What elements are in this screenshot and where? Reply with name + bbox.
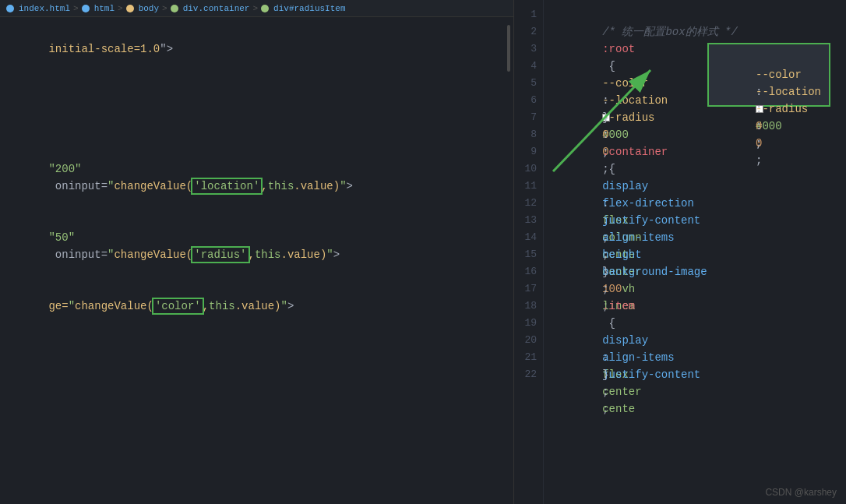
line-num-3: 3: [514, 41, 543, 58]
html-ge: ge=: [48, 300, 68, 312]
css-indent14: [602, 248, 629, 261]
breadcrumb: index.html > html > body > div.container…: [0, 0, 513, 17]
breadcrumb-icon-html2: [82, 5, 90, 12]
css-colon20: :: [602, 386, 615, 398]
line-num-20: 20: [514, 332, 543, 349]
line-num-17: 17: [514, 280, 543, 298]
html-color-highlight: 'color': [153, 299, 203, 313]
line-num-11: 11: [514, 178, 543, 195]
html-this3: this: [209, 300, 235, 312]
html-comma2: ,: [249, 248, 255, 261]
css-indent19: [602, 334, 629, 347]
css-colon14: :: [602, 283, 615, 295]
html-50: "50": [48, 231, 75, 244]
line-num-9: 9: [514, 143, 543, 160]
popup-rad-val: 0: [756, 137, 762, 150]
css-indent20: [602, 351, 629, 364]
html-line-radius: "50" oninput="changeValue('radius',this.…: [9, 212, 513, 229]
html-oninput1: oninput=: [48, 180, 108, 192]
css-cente2: cente: [602, 403, 635, 415]
line-num-2: 2: [514, 23, 543, 41]
html-radius-str: 'radius': [194, 248, 246, 261]
html-change1: changeValue(: [114, 180, 192, 192]
html-line-1: initial-scale=1.0">: [9, 23, 513, 41]
line-num-14: 14: [514, 229, 543, 246]
line-num-21: 21: [514, 349, 543, 366]
breadcrumb-radius: div#radiusItem: [273, 4, 345, 13]
line-num-19: 19: [514, 315, 543, 332]
css-indent9: [602, 163, 629, 175]
watermark: CSDN @karshey: [765, 487, 837, 498]
scrollbar-thumb[interactable]: [507, 25, 510, 72]
html-string-close3: ": [281, 300, 287, 312]
html-line-blank9: [9, 195, 513, 212]
css-panel: 1 2 3 4 5 6 7 8 9 10 11 12 13 14 15 16 1…: [514, 0, 846, 504]
breadcrumb-sep4: >: [252, 4, 258, 13]
html-value3: .value): [235, 300, 281, 312]
breadcrumb-sep3: >: [162, 4, 167, 13]
line-num-15: 15: [514, 246, 543, 263]
css-colon5: :: [602, 129, 615, 141]
line-num-16: 16: [514, 263, 543, 280]
html-oninput2: oninput=: [48, 248, 108, 261]
css-indent10: [602, 180, 629, 192]
line-num-10: 10: [514, 160, 543, 178]
html-line-blank10: [9, 229, 513, 246]
html-line-blank5: [9, 109, 513, 126]
html-line-blank7: [9, 160, 513, 178]
html-value2: .value): [281, 248, 327, 261]
css-bg-image: background-image: [602, 266, 707, 278]
breadcrumb-icon-body: [126, 5, 134, 12]
line-num-1: 1: [514, 6, 543, 23]
html-line-blank3: [9, 75, 513, 92]
html-gt3: >: [287, 300, 294, 312]
css-container-selector: .container: [602, 146, 668, 158]
line-num-22: 22: [514, 366, 543, 383]
css-indent4: [602, 77, 629, 90]
css-close-root: }: [602, 111, 608, 124]
scrollbar[interactable]: [504, 17, 513, 504]
breadcrumb-icon-container: [171, 5, 178, 12]
html-200: "200": [48, 163, 81, 175]
line-num-6: 6: [514, 92, 543, 109]
css-indent11: [602, 197, 629, 210]
html-code-area: initial-scale=1.0"> "200" oninput="chang…: [0, 17, 513, 504]
css-indent5: [602, 94, 629, 107]
html-line-blank6: [9, 126, 513, 143]
html-value1: .value): [294, 180, 340, 192]
html-comma1: ,: [261, 180, 267, 192]
line-num-7: 7: [514, 109, 543, 126]
html-punct-1: ">: [160, 43, 173, 55]
css-radius-var: --radius: [602, 111, 654, 124]
html-string-open3: ": [69, 300, 75, 312]
line-num-5: 5: [514, 75, 543, 92]
css-indent13: [602, 231, 629, 244]
breadcrumb-container: div.container: [183, 4, 250, 13]
html-gt1: >: [347, 180, 353, 192]
line-numbers: 1 2 3 4 5 6 7 8 9 10 11 12 13 14 15 16 1…: [514, 0, 544, 504]
css-justify2: justify-content: [602, 368, 700, 381]
html-comma3: ,: [203, 300, 209, 312]
breadcrumb-sep2: >: [118, 4, 123, 13]
html-change2: changeValue(: [114, 248, 192, 261]
html-line-blank2: [9, 58, 513, 75]
css-line-1: /* 统一配置box的样式 */: [544, 6, 846, 23]
html-location-str: 'location': [194, 180, 259, 192]
line-num-12: 12: [514, 195, 543, 212]
popup-colon3: :: [756, 120, 769, 132]
css-vh: vh: [622, 283, 635, 295]
html-radius-highlight: 'radius': [192, 248, 248, 262]
css-close-item: }: [602, 368, 608, 381]
html-gt2: >: [333, 248, 340, 261]
css-close-container: }: [602, 266, 608, 278]
popup-radius-var: --radius: [756, 103, 808, 115]
root-popup: --color : #000 ; --location : 0 ; --radi…: [707, 43, 830, 107]
popup-semi3: ;: [756, 154, 762, 167]
css-item-selector: .item: [602, 300, 635, 312]
line-num-4: 4: [514, 58, 543, 75]
html-change3: changeValue(: [75, 300, 153, 312]
breadcrumb-sep1: >: [73, 4, 79, 13]
html-string-close2: ": [326, 248, 333, 261]
css-root-selector: :root: [602, 43, 635, 55]
popup-location-var: --location: [756, 86, 821, 98]
